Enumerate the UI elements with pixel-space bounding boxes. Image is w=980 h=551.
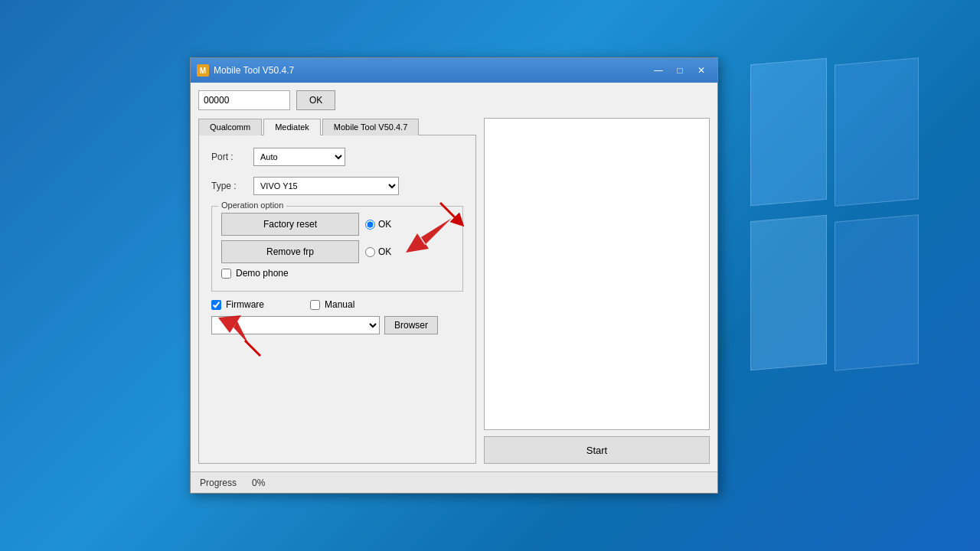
right-panel: Start — [484, 118, 710, 464]
operation-legend: Operation option — [218, 201, 286, 210]
start-button[interactable]: Start — [484, 436, 710, 464]
firmware-checkbox-row: Firmware — [211, 299, 264, 310]
factory-reset-row: Factory reset OK — [221, 213, 453, 236]
main-layout: Qualcomm Mediatek Mobile Tool V50.4.7 Po… — [198, 118, 710, 464]
tab-qualcomm[interactable]: Qualcomm — [198, 119, 262, 135]
manual-label: Manual — [325, 299, 354, 310]
progress-label: Progress — [200, 478, 237, 488]
maximize-button[interactable]: □ — [670, 63, 690, 78]
progress-value: 0% — [252, 478, 265, 488]
manual-checkbox-row: Manual — [310, 299, 354, 310]
remove-frp-radio-group: OK — [365, 246, 391, 257]
ok-button[interactable]: OK — [296, 90, 335, 110]
port-label: Port : — [211, 152, 253, 162]
type-select[interactable]: VIVO Y15 — [253, 177, 399, 195]
browser-button[interactable]: Browser — [384, 316, 438, 334]
factory-reset-button[interactable]: Factory reset — [221, 213, 359, 236]
top-bar: OK — [198, 90, 710, 110]
status-bar: Progress 0% — [191, 471, 717, 493]
firmware-input-row: Browser — [211, 316, 463, 334]
window-content: OK Qualcomm Mediatek Mobile Tool V50.4.7… — [191, 83, 717, 471]
remove-frp-row: Remove frp OK — [221, 240, 453, 263]
tabs: Qualcomm Mediatek Mobile Tool V50.4.7 — [198, 118, 476, 135]
demo-phone-row: Demo phone — [221, 268, 453, 279]
demo-phone-checkbox[interactable] — [221, 269, 231, 279]
firmware-label: Firmware — [226, 299, 264, 310]
code-input[interactable] — [198, 90, 290, 110]
left-panel: Qualcomm Mediatek Mobile Tool V50.4.7 Po… — [198, 118, 476, 464]
minimize-button[interactable]: — — [648, 63, 668, 78]
demo-phone-label: Demo phone — [236, 268, 289, 279]
tab-mobile-tool[interactable]: Mobile Tool V50.4.7 — [322, 119, 419, 135]
firmware-section: Firmware Manual Browser — [211, 299, 463, 334]
title-bar: M Mobile Tool V50.4.7 — □ ✕ — [191, 58, 717, 83]
operation-group: Operation option Factory reset OK Remove… — [211, 206, 463, 292]
firmware-row: Firmware Manual — [211, 299, 463, 310]
app-icon: M — [197, 64, 209, 77]
remove-frp-radio[interactable] — [365, 247, 375, 257]
window-title: Mobile Tool V50.4.7 — [214, 65, 648, 76]
factory-reset-radio-group: OK — [365, 219, 391, 230]
type-label: Type : — [211, 181, 253, 191]
factory-reset-radio[interactable] — [365, 220, 375, 230]
main-window: M Mobile Tool V50.4.7 — □ ✕ OK Qualcomm … — [190, 57, 718, 494]
factory-reset-radio-label: OK — [378, 219, 391, 230]
port-row: Port : Auto — [211, 148, 463, 166]
firmware-file-select[interactable] — [211, 316, 380, 334]
firmware-checkbox[interactable] — [211, 300, 221, 310]
type-row: Type : VIVO Y15 — [211, 177, 463, 195]
manual-checkbox[interactable] — [310, 300, 320, 310]
close-button[interactable]: ✕ — [691, 63, 711, 78]
port-select[interactable]: Auto — [253, 148, 345, 166]
remove-frp-button[interactable]: Remove frp — [221, 240, 359, 263]
window-controls: — □ ✕ — [648, 63, 711, 78]
tab-mediatek[interactable]: Mediatek — [263, 119, 321, 135]
display-area — [484, 118, 710, 430]
remove-frp-radio-label: OK — [378, 246, 391, 257]
panel-content: Port : Auto Type : VIVO Y15 — [198, 135, 476, 464]
